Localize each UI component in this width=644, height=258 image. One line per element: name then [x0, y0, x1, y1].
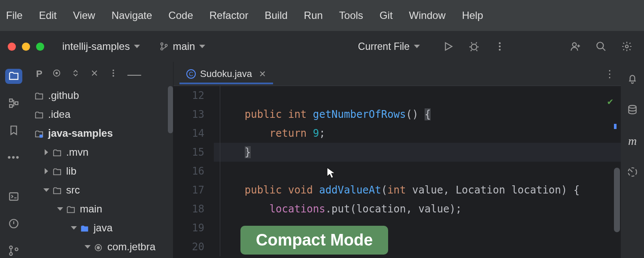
- coverage-button[interactable]: [623, 163, 642, 181]
- menu-window[interactable]: Window: [409, 9, 446, 22]
- menubar: File Edit View Navigate Code Refactor Bu…: [0, 0, 644, 31]
- expand-all-icon[interactable]: [71, 68, 80, 80]
- project-name: intellij-samples: [62, 40, 130, 52]
- menu-code[interactable]: Code: [168, 9, 193, 22]
- project-panel-title: P: [36, 68, 43, 80]
- maven-button[interactable]: m: [623, 132, 642, 150]
- titlebar: intellij-samples main Current File: [0, 31, 644, 62]
- gutter: 12 13 14 15 16 17 18 19 20: [173, 86, 214, 258]
- tree-item-main[interactable]: main: [27, 200, 173, 218]
- menu-build[interactable]: Build: [264, 9, 287, 22]
- svg-marker-3: [446, 43, 452, 50]
- line-number: 17: [173, 181, 204, 200]
- tree-label: main: [80, 203, 102, 215]
- chevron-down-icon: [414, 45, 420, 48]
- folder-icon: [52, 167, 62, 175]
- window-controls: [8, 43, 44, 51]
- line-number: 18: [173, 200, 204, 218]
- tree-label: .idea: [48, 108, 70, 120]
- folder-icon: [66, 205, 76, 213]
- source-folder-icon: [80, 224, 89, 232]
- tree-item-github[interactable]: .github: [27, 86, 173, 105]
- tab-sudoku[interactable]: C Sudoku.java ✕: [179, 64, 273, 84]
- svg-point-17: [9, 252, 12, 255]
- window-minimize-button[interactable]: [22, 43, 30, 51]
- tree-item-lib[interactable]: lib: [27, 162, 173, 181]
- window-zoom-button[interactable]: [36, 43, 44, 51]
- menu-navigate[interactable]: Navigate: [112, 9, 152, 22]
- chevron-right-icon: [45, 149, 48, 155]
- run-button[interactable]: [439, 37, 458, 56]
- tree-item-src[interactable]: src: [27, 181, 173, 200]
- structure-tool-button[interactable]: [5, 96, 22, 111]
- chevron-down-icon: [71, 226, 77, 230]
- tree-label: java-samples: [48, 127, 113, 139]
- branch-picker[interactable]: main: [160, 40, 205, 52]
- svg-point-21: [112, 70, 114, 71]
- svg-point-9: [597, 42, 603, 49]
- chevron-down-icon: [85, 245, 91, 249]
- tree-item-mvn[interactable]: .mvn: [27, 143, 173, 162]
- svg-point-1: [161, 48, 163, 50]
- tree-item-java[interactable]: java: [27, 218, 173, 237]
- chevron-right-icon: [45, 168, 48, 174]
- project-tool-button[interactable]: [5, 69, 22, 84]
- tree-label: src: [66, 184, 80, 196]
- tree-label: .github: [48, 89, 79, 101]
- tree-scrollbar[interactable]: [168, 86, 173, 133]
- database-button[interactable]: [623, 101, 642, 120]
- tab-options-icon[interactable]: ⋮: [605, 68, 615, 80]
- menu-git[interactable]: Git: [380, 9, 393, 22]
- menu-file[interactable]: File: [6, 9, 23, 22]
- project-picker[interactable]: intellij-samples: [62, 40, 140, 52]
- tree-item-idea[interactable]: .idea: [27, 105, 173, 124]
- menu-run[interactable]: Run: [304, 9, 323, 22]
- folder-icon: [34, 92, 44, 99]
- branch-icon: [160, 41, 168, 52]
- compact-mode-banner: Compact Mode: [240, 226, 388, 255]
- hide-panel-icon[interactable]: —: [128, 66, 141, 82]
- code-with-me-button[interactable]: [566, 37, 585, 56]
- bookmarks-tool-button[interactable]: [5, 123, 22, 138]
- menu-help[interactable]: Help: [462, 9, 483, 22]
- svg-rect-12: [9, 105, 12, 108]
- notifications-button[interactable]: [623, 70, 642, 89]
- menu-edit[interactable]: Edit: [39, 9, 57, 22]
- search-button[interactable]: [592, 37, 611, 56]
- svg-rect-14: [9, 193, 18, 200]
- svg-point-2: [165, 44, 167, 46]
- chevron-down-icon: [57, 207, 63, 211]
- tree-item-java-samples[interactable]: java-samples: [27, 124, 173, 143]
- project-panel: P — .github .idea java-sa: [27, 62, 173, 258]
- select-opened-file-icon[interactable]: [52, 68, 61, 80]
- folder-icon: [52, 148, 62, 156]
- run-config-picker[interactable]: Current File: [358, 41, 420, 52]
- banner-text: Compact Mode: [256, 231, 373, 249]
- more-tools-button[interactable]: •••: [5, 150, 22, 165]
- git-tool-button[interactable]: [5, 243, 22, 258]
- tree-item-package[interactable]: com.jetbra: [27, 237, 173, 256]
- more-actions-button[interactable]: [490, 37, 509, 56]
- debug-button[interactable]: [465, 37, 483, 56]
- ide-window: intellij-samples main Current File: [0, 31, 644, 258]
- line-number: 14: [173, 124, 204, 143]
- chevron-down-icon: [43, 188, 49, 192]
- menu-refactor[interactable]: Refactor: [210, 9, 249, 22]
- settings-button[interactable]: [617, 37, 636, 56]
- close-tab-icon[interactable]: ✕: [259, 69, 266, 79]
- tab-label: Sudoku.java: [200, 68, 252, 80]
- svg-point-27: [629, 105, 636, 108]
- project-tree[interactable]: .github .idea java-samples .mvn: [27, 86, 173, 258]
- collapse-all-icon[interactable]: [90, 68, 99, 80]
- terminal-tool-button[interactable]: [5, 189, 22, 204]
- editor-tabs: C Sudoku.java ✕ ⋮: [173, 62, 621, 86]
- menu-tools[interactable]: Tools: [339, 9, 363, 22]
- menu-view[interactable]: View: [73, 9, 95, 22]
- folder-icon: [52, 186, 62, 194]
- panel-options-icon[interactable]: [109, 68, 118, 80]
- svg-point-22: [112, 72, 114, 74]
- problems-tool-button[interactable]: [5, 216, 22, 231]
- line-number: 16: [173, 162, 204, 181]
- window-close-button[interactable]: [8, 43, 16, 51]
- run-config-label: Current File: [358, 41, 410, 52]
